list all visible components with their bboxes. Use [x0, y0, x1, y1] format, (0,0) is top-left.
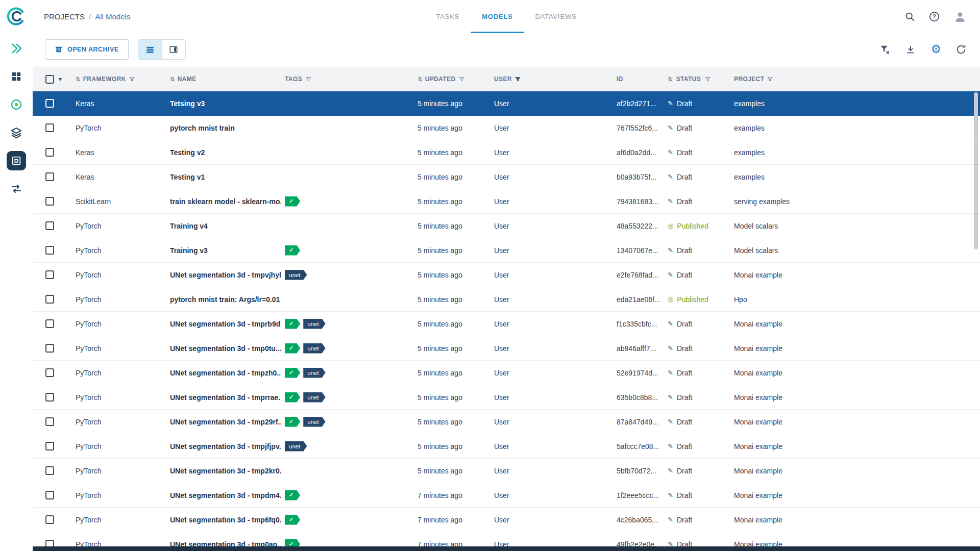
table-row[interactable]: Keras Testing v2 5 minutes ago User af6d…: [33, 140, 980, 165]
user-avatar[interactable]: [953, 10, 967, 23]
row-checkbox[interactable]: [45, 123, 54, 132]
row-checkbox[interactable]: [45, 442, 54, 450]
table-row[interactable]: Keras Tetsing v3 5 minutes ago User af2b…: [33, 91, 980, 116]
breadcrumb-projects[interactable]: PROJECTS: [44, 12, 85, 21]
sidebar-item-getting-started[interactable]: [7, 39, 26, 58]
model-name[interactable]: UNet segmentation 3d - tmp0tu...: [166, 344, 281, 353]
row-checkbox[interactable]: [45, 368, 54, 377]
filter-icon[interactable]: [129, 76, 135, 83]
tab-dataviews[interactable]: DATAVIEWS: [524, 0, 588, 33]
auto-refresh-icon[interactable]: [955, 44, 967, 55]
filter-icon[interactable]: [458, 76, 465, 83]
table-view-button[interactable]: [138, 40, 162, 59]
sidebar-item-pipelines[interactable]: [7, 123, 26, 142]
model-name[interactable]: UNet segmentation 3d - tmpzh0...: [166, 369, 281, 377]
column-header-updated[interactable]: ⇅UPDATED: [413, 76, 490, 83]
row-checkbox[interactable]: [45, 99, 54, 108]
model-name[interactable]: Testing v1: [166, 173, 281, 181]
tags-cell: ✓: [281, 515, 413, 525]
row-checkbox[interactable]: [45, 295, 54, 304]
column-header-user[interactable]: USER: [490, 76, 612, 83]
row-checkbox[interactable]: [45, 221, 54, 230]
clear-filters-icon[interactable]: [879, 44, 891, 55]
column-header-tags[interactable]: TAGS: [281, 76, 413, 83]
model-name[interactable]: UNet segmentation 3d - tmpvjhyl...: [166, 271, 281, 279]
model-name[interactable]: UNet segmentation 3d - tmp6fq0...: [166, 516, 281, 524]
sort-icon[interactable]: ⇅: [76, 76, 81, 83]
open-archive-button[interactable]: OPEN ARCHIVE: [45, 39, 129, 60]
row-checkbox[interactable]: [45, 393, 54, 402]
breadcrumb-all-models[interactable]: All Models: [95, 12, 130, 21]
row-checkbox[interactable]: [45, 148, 54, 157]
sidebar-item-workflows[interactable]: [7, 179, 26, 198]
row-checkbox[interactable]: [45, 172, 54, 181]
row-checkbox[interactable]: [45, 197, 54, 206]
row-checkbox[interactable]: [45, 515, 54, 524]
search-icon[interactable]: [904, 11, 915, 22]
model-name[interactable]: Training v4: [166, 222, 281, 230]
row-checkbox[interactable]: [45, 319, 54, 328]
select-all-caret[interactable]: ▾: [59, 76, 62, 83]
table-row[interactable]: PyTorch pytorch mnist train: Args/lr=0.0…: [33, 287, 980, 312]
table-row[interactable]: Keras Testing v1 5 minutes ago User b0a9…: [33, 165, 980, 189]
sidebar-item-models[interactable]: [7, 151, 26, 170]
table-row[interactable]: PyTorch UNet segmentation 3d - tmp29rf..…: [33, 410, 980, 434]
column-header-id[interactable]: ID: [612, 76, 664, 83]
model-name[interactable]: UNet segmentation 3d - tmpdm4...: [166, 491, 281, 499]
model-name[interactable]: UNet segmentation 3d - tmprrae...: [166, 393, 281, 402]
model-name[interactable]: UNet segmentation 3d - tmprb9d...: [166, 320, 281, 328]
download-icon[interactable]: [905, 44, 916, 55]
model-name[interactable]: Tetsing v3: [166, 99, 281, 108]
table-row[interactable]: PyTorch UNet segmentation 3d - tmpdm4...…: [33, 483, 980, 508]
table-row[interactable]: PyTorch UNet segmentation 3d - tmprrae..…: [33, 385, 980, 410]
sort-icon[interactable]: ⇅: [668, 76, 673, 83]
filter-icon[interactable]: [514, 76, 521, 83]
model-name[interactable]: UNet segmentation 3d - tmpjfjpv...: [166, 442, 281, 450]
table-row[interactable]: PyTorch UNet segmentation 3d - tmpjfjpv.…: [33, 434, 980, 459]
row-checkbox[interactable]: [45, 270, 54, 279]
updated-cell: 5 minutes ago: [413, 344, 490, 353]
row-checkbox[interactable]: [45, 466, 54, 475]
table-row[interactable]: PyTorch UNet segmentation 3d - tmprb9d..…: [33, 312, 980, 336]
table-row[interactable]: PyTorch Training v4 5 minutes ago User 4…: [33, 214, 980, 238]
row-select-cell: [33, 123, 71, 132]
row-checkbox[interactable]: [45, 491, 54, 499]
column-header-name[interactable]: ⇅NAME: [166, 76, 281, 83]
model-name[interactable]: train sklearn model - sklearn-mo...: [166, 197, 281, 206]
model-name[interactable]: pytorch mnist train: [166, 124, 281, 132]
model-name[interactable]: Testing v2: [166, 148, 281, 157]
filter-icon[interactable]: [704, 76, 711, 83]
table-row[interactable]: PyTorch UNet segmentation 3d - tmpzh0...…: [33, 361, 980, 385]
sidebar-item-projects[interactable]: [7, 67, 26, 86]
table-row[interactable]: PyTorch UNet segmentation 3d - tmpvjhyl.…: [33, 263, 980, 287]
sort-icon[interactable]: ⇅: [170, 76, 175, 83]
column-header-project[interactable]: PROJECT: [730, 76, 980, 83]
tab-models[interactable]: MODELS: [471, 0, 524, 33]
sort-icon[interactable]: ⇅: [418, 76, 423, 83]
model-name[interactable]: pytorch mnist train: Args/lr=0.01: [166, 295, 281, 304]
column-header-status[interactable]: ⇅STATUS: [664, 76, 730, 83]
table-row[interactable]: PyTorch UNet segmentation 3d - tmp0tu...…: [33, 336, 980, 361]
select-all-checkbox[interactable]: [45, 75, 54, 84]
model-name[interactable]: UNet segmentation 3d - tmp2kr0...: [166, 467, 281, 475]
split-view-button[interactable]: [162, 40, 185, 59]
row-checkbox[interactable]: [45, 417, 54, 426]
filter-icon[interactable]: [305, 76, 312, 83]
row-checkbox[interactable]: [45, 344, 54, 353]
tab-tasks[interactable]: TASKS: [425, 0, 471, 33]
sidebar-item-datasets[interactable]: [7, 95, 26, 114]
model-name[interactable]: Training v3: [166, 246, 281, 255]
filter-icon[interactable]: [767, 76, 773, 83]
vertical-scrollbar[interactable]: [974, 92, 978, 249]
table-row[interactable]: PyTorch pytorch mnist train 5 minutes ag…: [33, 116, 980, 140]
table-row[interactable]: PyTorch UNet segmentation 3d - tmp6fq0..…: [33, 508, 980, 532]
settings-icon[interactable]: ⚙: [930, 43, 941, 55]
table-row[interactable]: ScikitLearn train sklearn model - sklear…: [33, 189, 980, 214]
help-icon[interactable]: ?: [929, 11, 940, 22]
table-row[interactable]: PyTorch Training v3 ✓ 5 minutes ago User…: [33, 238, 980, 263]
column-header-framework[interactable]: ⇅FRAMEWORK: [71, 76, 166, 83]
row-checkbox[interactable]: [45, 246, 54, 255]
table-row[interactable]: PyTorch UNet segmentation 3d - tmp2kr0..…: [33, 459, 980, 483]
clearml-logo[interactable]: [5, 5, 28, 28]
model-name[interactable]: UNet segmentation 3d - tmp29rf...: [166, 418, 281, 426]
